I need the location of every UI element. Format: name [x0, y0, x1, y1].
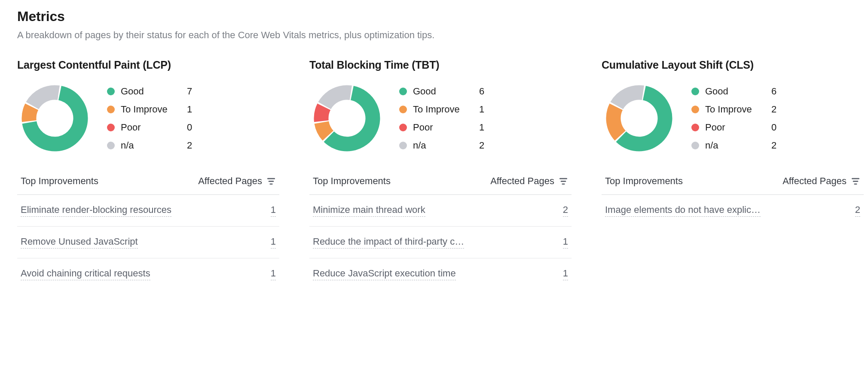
col-affected-pages-label: Affected Pages [782, 176, 847, 187]
table-row: Image elements do not have explic…2 [602, 195, 864, 226]
legend-label: Good [413, 86, 473, 97]
affected-count[interactable]: 2 [563, 204, 568, 217]
legend-value: 1 [479, 104, 492, 115]
improvements-table: Top ImprovementsAffected Pages Eliminate… [17, 171, 279, 290]
donut-segment-na [324, 93, 351, 106]
table-row: Eliminate render-blocking resources1 [17, 195, 279, 227]
affected-count[interactable]: 1 [271, 268, 276, 280]
legend-label: n/a [413, 140, 473, 151]
metric-card-cls: Cumulative Layout Shift (CLS)Good6To Imp… [602, 59, 864, 226]
col-improvements[interactable]: Top Improvements [313, 176, 391, 187]
swatch-good-icon [399, 88, 407, 95]
legend-value: 1 [187, 104, 200, 115]
improvement-link[interactable]: Minimize main thread work [313, 204, 425, 217]
swatch-improve-icon [691, 106, 699, 113]
donut-row: Good6To Improve2Poor0n/a2 [602, 81, 864, 156]
legend-label: To Improve [413, 104, 473, 115]
legend-row-na: n/a2 [107, 140, 200, 151]
legend-value: 7 [187, 86, 200, 97]
swatch-improve-icon [107, 106, 115, 113]
legend-row-poor: Poor0 [691, 122, 784, 133]
table-row: Avoid chaining critical requests1 [17, 258, 279, 290]
donut-segment-improve [29, 107, 32, 121]
legend-value: 6 [771, 86, 784, 97]
improvement-link[interactable]: Image elements do not have explic… [605, 204, 761, 217]
legend-row-na: n/a2 [399, 140, 492, 151]
svg-rect-2 [269, 183, 272, 185]
sort-desc-icon[interactable] [851, 177, 860, 185]
page-subtitle: A breakdown of pages by their status for… [17, 30, 851, 41]
legend-row-improve: To Improve1 [399, 104, 492, 115]
col-affected-pages[interactable]: Affected Pages [490, 176, 568, 187]
table-head: Top ImprovementsAffected Pages [602, 171, 864, 195]
legend: Good6To Improve1Poor1n/a2 [399, 86, 492, 151]
affected-count[interactable]: 1 [271, 204, 276, 217]
swatch-na-icon [399, 142, 407, 149]
table-row: Minimize main thread work2 [309, 195, 572, 227]
legend-label: Poor [705, 122, 765, 133]
legend-row-good: Good6 [691, 86, 784, 97]
improvements-table: Top ImprovementsAffected Pages Image ele… [602, 171, 864, 226]
metric-card-tbt: Total Blocking Time (TBT)Good6To Improve… [309, 59, 572, 290]
improvement-link[interactable]: Eliminate render-blocking resources [21, 204, 171, 217]
svg-rect-7 [853, 181, 859, 182]
donut-chart [17, 81, 92, 156]
metrics-cards: Largest Contentful Paint (LCP)Good7To Im… [17, 59, 851, 290]
table-head: Top ImprovementsAffected Pages [309, 171, 572, 195]
improvements-table: Top ImprovementsAffected Pages Minimize … [309, 171, 572, 290]
table-head: Top ImprovementsAffected Pages [17, 171, 279, 195]
legend-row-poor: Poor0 [107, 122, 200, 133]
improvement-link[interactable]: Reduce the impact of third-party c… [313, 236, 464, 249]
legend-row-good: Good6 [399, 86, 492, 97]
swatch-poor-icon [107, 124, 115, 131]
legend-value: 6 [479, 86, 492, 97]
svg-rect-8 [854, 183, 857, 185]
affected-count[interactable]: 1 [563, 236, 568, 249]
sort-desc-icon[interactable] [266, 177, 276, 185]
legend-value: 2 [187, 140, 200, 151]
col-affected-pages-label: Affected Pages [490, 176, 554, 187]
affected-count[interactable]: 2 [855, 204, 860, 217]
improvement-link[interactable]: Reduce JavaScript execution time [313, 268, 456, 280]
col-improvements[interactable]: Top Improvements [21, 176, 98, 187]
donut-chart [309, 81, 385, 156]
improvement-link[interactable]: Remove Unused JavaScript [21, 236, 138, 249]
svg-rect-4 [561, 181, 566, 182]
table-row: Reduce JavaScript execution time1 [309, 258, 572, 290]
svg-rect-3 [559, 178, 567, 179]
legend-value: 1 [479, 122, 492, 133]
affected-count[interactable]: 1 [271, 236, 276, 249]
table-row: Remove Unused JavaScript1 [17, 227, 279, 258]
legend-row-good: Good7 [107, 86, 200, 97]
legend-label: Poor [121, 122, 181, 133]
metric-card-lcp: Largest Contentful Paint (LCP)Good7To Im… [17, 59, 279, 290]
svg-rect-6 [852, 178, 859, 179]
swatch-poor-icon [691, 124, 699, 131]
legend-label: Good [705, 86, 765, 97]
legend-label: n/a [705, 140, 765, 151]
metric-title: Total Blocking Time (TBT) [309, 59, 572, 71]
col-affected-pages[interactable]: Affected Pages [198, 176, 276, 187]
sort-desc-icon[interactable] [559, 177, 568, 185]
donut-chart [602, 81, 677, 156]
legend-label: Good [121, 86, 181, 97]
metric-title: Largest Contentful Paint (LCP) [17, 59, 279, 71]
legend-value: 2 [771, 140, 784, 151]
legend: Good7To Improve1Poor0n/a2 [107, 86, 200, 151]
col-affected-pages[interactable]: Affected Pages [782, 176, 860, 187]
donut-segment-poor [321, 107, 324, 121]
legend-value: 2 [771, 104, 784, 115]
legend: Good6To Improve2Poor0n/a2 [691, 86, 784, 151]
affected-count[interactable]: 1 [563, 268, 568, 280]
improvement-link[interactable]: Avoid chaining critical requests [21, 268, 150, 280]
col-affected-pages-label: Affected Pages [198, 176, 262, 187]
swatch-na-icon [107, 142, 115, 149]
svg-rect-1 [269, 181, 274, 182]
donut-row: Good6To Improve1Poor1n/a2 [309, 81, 572, 156]
col-improvements[interactable]: Top Improvements [605, 176, 683, 187]
metric-title: Cumulative Layout Shift (CLS) [602, 59, 864, 71]
swatch-poor-icon [399, 124, 407, 131]
legend-value: 0 [771, 122, 784, 133]
legend-row-poor: Poor1 [399, 122, 492, 133]
donut-segment-improve [321, 122, 328, 136]
